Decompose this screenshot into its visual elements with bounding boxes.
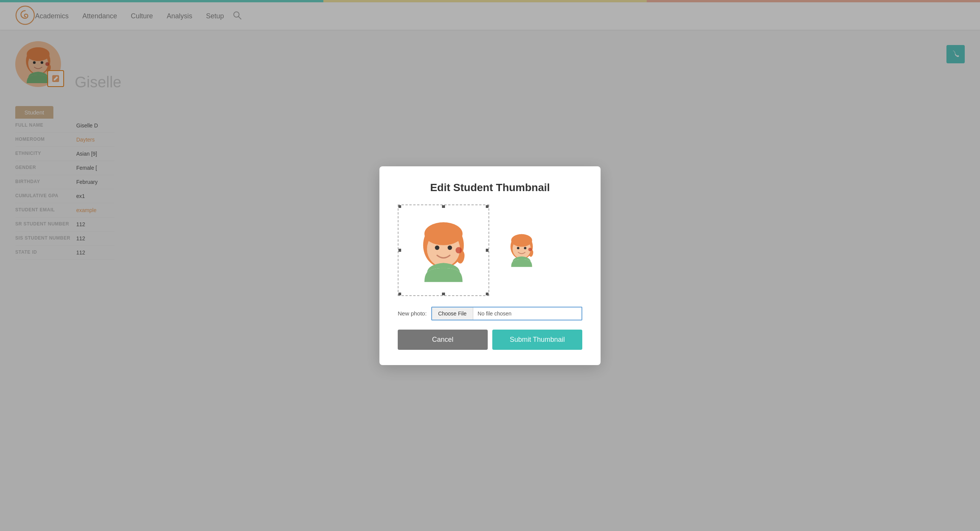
file-input-wrapper[interactable]: Choose File No file chosen xyxy=(431,307,582,320)
crop-box[interactable] xyxy=(398,204,489,296)
crop-handle-bottomleft[interactable] xyxy=(398,293,401,296)
crop-handle-midleft[interactable] xyxy=(398,249,401,252)
dialog-overlay: Edit Student Thumbnail xyxy=(0,0,980,531)
crop-handle-topleft[interactable] xyxy=(398,205,401,208)
submit-thumbnail-button[interactable]: Submit Thumbnail xyxy=(492,330,582,350)
svg-point-16 xyxy=(448,245,452,250)
thumbnail-preview-area xyxy=(398,204,582,296)
svg-point-14 xyxy=(456,247,462,253)
dialog-title: Edit Student Thumbnail xyxy=(398,182,582,194)
svg-point-20 xyxy=(528,248,532,251)
file-name-display: No file chosen xyxy=(473,307,582,320)
crop-handle-bottomright[interactable] xyxy=(486,293,489,296)
svg-point-22 xyxy=(524,247,526,249)
edit-thumbnail-dialog: Edit Student Thumbnail xyxy=(379,166,601,365)
file-input-row: New photo: Choose File No file chosen xyxy=(398,307,582,320)
preview-small-container xyxy=(501,228,543,272)
dialog-buttons: Cancel Submit Thumbnail xyxy=(398,330,582,350)
crop-handle-topcenter[interactable] xyxy=(442,205,445,208)
new-photo-label: New photo: xyxy=(398,310,427,317)
preview-small-image xyxy=(501,228,543,270)
svg-point-15 xyxy=(435,245,440,250)
crop-handle-midright[interactable] xyxy=(486,249,489,252)
svg-point-21 xyxy=(517,247,519,249)
crop-handle-topright[interactable] xyxy=(486,205,489,208)
choose-file-button[interactable]: Choose File xyxy=(432,307,473,320)
cancel-button[interactable]: Cancel xyxy=(398,330,488,350)
crop-preview-image xyxy=(405,212,482,288)
crop-handle-bottomcenter[interactable] xyxy=(442,293,445,296)
